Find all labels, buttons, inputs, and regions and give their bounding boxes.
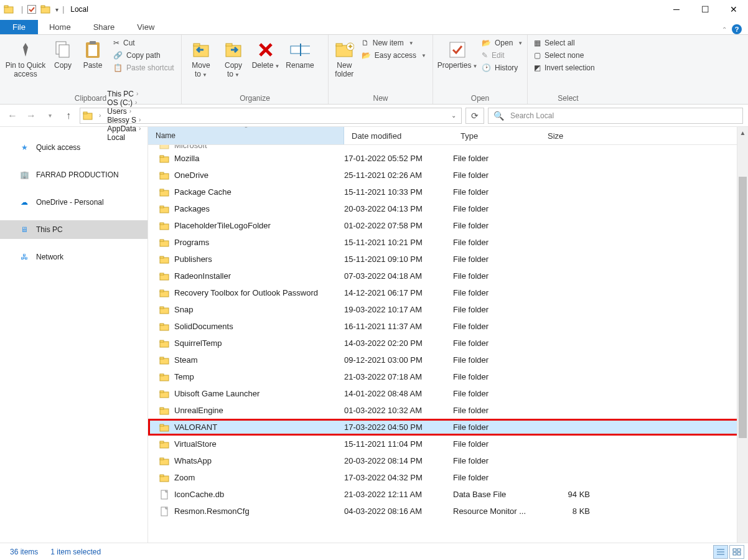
back-button[interactable]: ← [5, 108, 20, 123]
scroll-up-icon[interactable]: ▲ [737, 127, 748, 138]
file-row[interactable]: SquirrelTemp14-03-2022 02:20 PMFile fold… [148, 335, 748, 352]
easy-access-button[interactable]: 📂Easy access▼ [359, 50, 429, 61]
view-details-button[interactable] [713, 545, 728, 559]
folder-qat-icon[interactable] [40, 4, 50, 14]
cut-button[interactable]: ✂Cut [111, 37, 177, 49]
file-row[interactable]: WhatsApp20-03-2022 08:14 PMFile folder [148, 452, 748, 469]
help-icon[interactable]: ? [732, 24, 742, 34]
file-date: 01-02-2022 07:58 PM [344, 221, 453, 230]
file-row[interactable]: Steam09-12-2021 03:00 PMFile folder [148, 352, 748, 368]
properties-button[interactable]: Properties▼ [437, 37, 478, 73]
file-row[interactable]: RadeonInstaller07-03-2022 04:18 AMFile f… [148, 268, 748, 284]
file-type: File folder [453, 271, 540, 281]
pin-to-quick-access-button[interactable]: Pin to Quick access [4, 37, 47, 81]
sidebar-item[interactable]: 🖧Network [0, 248, 147, 266]
crumb-root[interactable]: › [94, 112, 103, 119]
file-date: 14-12-2021 06:17 PM [344, 288, 453, 297]
file-row[interactable]: IconCache.db21-03-2022 12:11 AMData Base… [148, 486, 748, 503]
tab-home[interactable]: Home [38, 20, 82, 34]
breadcrumb-segment[interactable]: Users› [105, 107, 143, 116]
checkbox-icon[interactable] [27, 4, 37, 14]
file-date: 17-01-2022 05:52 PM [344, 154, 453, 163]
file-row[interactable]: Ubisoft Game Launcher14-01-2022 08:48 AM… [148, 385, 748, 402]
sidebar-item-label: Network [36, 253, 63, 261]
column-size[interactable]: Size [540, 127, 615, 144]
file-row[interactable]: Publishers15-11-2021 09:10 PMFile folder [148, 251, 748, 268]
new-item-button[interactable]: 🗋New item▼ [359, 37, 429, 49]
close-button[interactable]: ✕ [719, 0, 748, 19]
new-folder-button[interactable]: ✦ New folder [332, 37, 357, 81]
search-box[interactable]: 🔍 Search Local [488, 108, 743, 124]
scrollbar-thumb[interactable] [739, 177, 747, 438]
paste-shortcut-button[interactable]: 📋Paste shortcut [111, 62, 177, 73]
column-type[interactable]: Type [453, 127, 540, 144]
select-all-button[interactable]: ▦Select all [531, 37, 597, 49]
file-row[interactable]: Packages20-03-2022 04:13 PMFile folder [148, 200, 748, 217]
file-date: 15-11-2021 10:33 PM [344, 187, 453, 197]
file-row[interactable]: PlaceholderTileLogoFolder01-02-2022 07:5… [148, 217, 748, 234]
folder-icon [158, 305, 171, 315]
copy-path-button[interactable]: 🔗Copy path [111, 50, 177, 61]
address-dropdown[interactable]: ⌄ [446, 108, 461, 123]
sidebar-item-label: This PC [36, 225, 63, 234]
recent-dropdown[interactable]: ▾ [42, 108, 57, 123]
main-area: ★Quick access🏢FARRAD PRODUCTION☁OneDrive… [0, 127, 748, 554]
file-type: File folder [453, 439, 540, 449]
svg-rect-13 [226, 44, 232, 46]
refresh-button[interactable]: ⟳ [465, 108, 484, 124]
file-row[interactable]: VirtualStore15-11-2021 11:04 PMFile fold… [148, 436, 748, 452]
file-type: File folder [453, 389, 540, 398]
select-none-button[interactable]: ▢Select none [531, 50, 597, 61]
file-list[interactable]: MicrosoftMozilla17-01-2022 05:52 PMFile … [148, 145, 748, 554]
view-large-icons-button[interactable] [729, 545, 744, 559]
file-row[interactable]: Programs15-11-2021 10:21 PMFile folder [148, 234, 748, 251]
tab-file[interactable]: File [0, 20, 38, 34]
paste-button[interactable]: Paste [78, 37, 107, 72]
column-headers: Name⌃ Date modified Type Size [148, 127, 748, 145]
sidebar-item[interactable]: 🏢FARRAD PRODUCTION [0, 166, 147, 184]
copy-to-button[interactable]: Copy to▼ [218, 37, 249, 82]
maximize-button[interactable]: ☐ [691, 0, 719, 19]
file-type: File folder [453, 422, 540, 432]
breadcrumb-segment[interactable]: OS (C:)› [105, 98, 143, 107]
file-name: Snap [174, 305, 344, 314]
file-row[interactable]: Temp21-03-2022 07:18 AMFile folder [148, 368, 748, 385]
file-row[interactable]: Microsoft [148, 145, 748, 150]
tab-view[interactable]: View [126, 20, 166, 34]
move-to-button[interactable]: Move to▼ [185, 37, 217, 82]
file-row[interactable]: Mozilla17-01-2022 05:52 PMFile folder [148, 150, 748, 167]
address-bar[interactable]: › This PC›OS (C:)›Users›Blessy S›AppData… [80, 108, 462, 124]
breadcrumb-segment[interactable]: Blessy S› [105, 116, 143, 124]
file-row[interactable]: Zoom17-03-2022 04:32 PMFile folder [148, 469, 748, 486]
sidebar-item[interactable]: ★Quick access [0, 138, 147, 157]
minimize-button[interactable]: ─ [662, 0, 691, 19]
file-row[interactable]: Package Cache15-11-2021 10:33 PMFile fol… [148, 184, 748, 200]
edit-button[interactable]: ✎Edit [479, 50, 525, 61]
invert-selection-button[interactable]: ◩Invert selection [531, 62, 597, 73]
qat-dropdown-icon[interactable]: ▾ [55, 6, 58, 13]
breadcrumb-segment[interactable]: This PC› [105, 90, 143, 98]
scrollbar[interactable]: ▲ ▼ [737, 127, 748, 554]
file-row[interactable]: UnrealEngine01-03-2022 10:32 AMFile fold… [148, 402, 748, 419]
up-button[interactable]: ↑ [61, 108, 76, 123]
open-button[interactable]: 📂Open▼ [479, 37, 525, 49]
column-date[interactable]: Date modified [344, 127, 453, 144]
sidebar-item[interactable]: 🖥This PC [0, 220, 147, 239]
collapse-ribbon-icon[interactable]: ⌃ [722, 26, 727, 33]
tab-share[interactable]: Share [82, 20, 126, 34]
history-button[interactable]: 🕑History [479, 62, 525, 73]
file-row[interactable]: Recovery Toolbox for Outlook Password14-… [148, 284, 748, 301]
copy-button[interactable]: Copy [49, 37, 77, 72]
forward-button[interactable]: → [24, 108, 39, 123]
delete-button[interactable]: Delete▼ [250, 37, 281, 73]
sidebar-item[interactable]: ☁OneDrive - Personal [0, 193, 147, 212]
rename-button[interactable]: Rename [283, 37, 317, 72]
file-row[interactable]: OneDrive25-11-2021 02:26 AMFile folder [148, 167, 748, 184]
column-name[interactable]: Name⌃ [148, 127, 344, 144]
file-row[interactable]: SolidDocuments16-11-2021 11:37 AMFile fo… [148, 318, 748, 335]
file-row[interactable]: Resmon.ResmonCfg04-03-2022 08:16 AMResou… [148, 503, 748, 520]
file-date: 07-03-2022 04:18 AM [344, 271, 453, 281]
svg-rect-4 [41, 6, 45, 7]
file-row[interactable]: VALORANT17-03-2022 04:50 PMFile folder [148, 419, 748, 436]
file-row[interactable]: Snap19-03-2022 10:17 AMFile folder [148, 301, 748, 318]
